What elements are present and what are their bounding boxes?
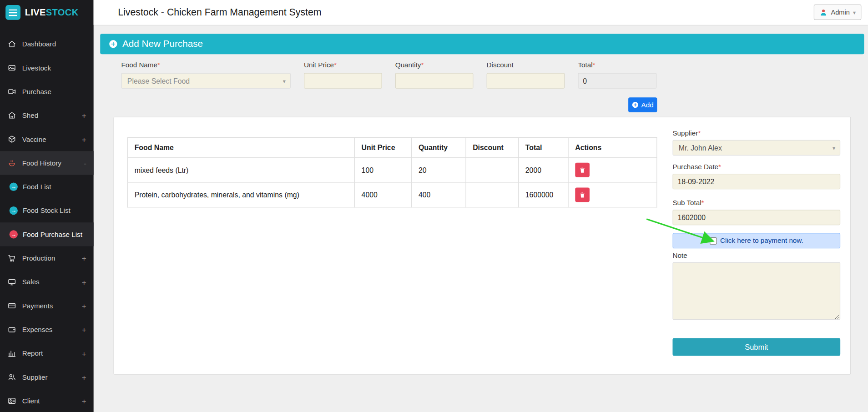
table-row: Protein, carbohydrates, minerals, and vi… [127, 182, 656, 207]
sidebar-item-food-list[interactable]: → Food List [0, 175, 94, 199]
sidebar-item-dashboard[interactable]: Dashboard [0, 32, 94, 56]
expand-plus-icon: + [82, 373, 86, 382]
supplier-select[interactable]: Mr. John Alex ▾ [672, 140, 840, 156]
purchase-date-label: Purchase Date* [672, 163, 840, 171]
expand-plus-icon: + [82, 277, 86, 286]
food-name-select[interactable]: Please Select Food ▾ [121, 73, 290, 89]
cell-total: 1600000 [519, 182, 569, 207]
col-header-food-name: Food Name [127, 137, 354, 157]
admin-dropdown[interactable]: Admin ▾ [814, 5, 862, 20]
sidebar-item-report[interactable]: Report + [0, 342, 94, 365]
hamburger-menu-icon[interactable] [5, 5, 20, 20]
col-header-discount: Discount [466, 137, 519, 157]
expand-plus-icon: + [82, 325, 86, 334]
add-button[interactable]: Add [628, 97, 657, 112]
cart-icon [7, 254, 17, 262]
sales-icon [7, 278, 17, 286]
sidebar-item-sales[interactable]: Sales + [0, 270, 94, 294]
unit-price-input[interactable] [304, 73, 382, 89]
caret-down-icon: ▾ [853, 9, 856, 15]
quantity-label: Quantity* [395, 61, 474, 69]
discount-label: Discount [487, 61, 565, 69]
quantity-input[interactable] [395, 73, 474, 89]
expand-plus-icon: + [82, 301, 86, 310]
payment-now-box[interactable]: Click here to payment now. [672, 233, 840, 248]
cell-quantity: 400 [412, 182, 466, 207]
purchase-side-form: Supplier* Mr. John Alex ▾ Purchase Date*… [672, 130, 840, 367]
total-group: Total* [578, 61, 656, 89]
sidebar-item-livestock[interactable]: Livestock [0, 56, 94, 80]
note-label: Note [672, 252, 840, 260]
circle-arrow-icon: → [10, 230, 18, 238]
sidebar-item-purchase[interactable]: Purchase [0, 80, 94, 103]
shed-icon [7, 111, 17, 120]
sidebar-item-client[interactable]: Client + [0, 389, 94, 412]
cell-actions [568, 182, 657, 207]
expand-plus-icon: + [82, 349, 86, 357]
sidebar-item-payments[interactable]: Payments + [0, 294, 94, 317]
plus-circle-icon [109, 39, 118, 49]
payment-now-label: Click here to payment now. [720, 237, 803, 245]
collapse-minus-icon: - [84, 159, 86, 167]
expand-plus-icon: + [82, 397, 86, 405]
sidebar-item-expenses[interactable]: Expenses + [0, 317, 94, 341]
wallet-icon [7, 326, 17, 334]
cell-total: 2000 [519, 157, 569, 182]
expand-plus-icon: + [82, 254, 86, 262]
col-header-total: Total [519, 137, 569, 157]
table-row: mixed feeds (Ltr) 100 20 2000 [127, 157, 656, 182]
note-textarea[interactable] [672, 262, 840, 320]
table-header-row: Food Name Unit Price Quantity Discount T… [127, 137, 656, 157]
sidebar-item-shed[interactable]: Shed + [0, 104, 94, 127]
col-header-quantity: Quantity [412, 137, 466, 157]
expand-plus-icon: + [82, 111, 86, 120]
col-header-actions: Actions [568, 137, 657, 157]
payments-icon [7, 301, 17, 310]
topbar: Livestock - Chicken Farm Management Syst… [94, 0, 868, 25]
sidebar-item-production[interactable]: Production + [0, 246, 94, 270]
cell-discount [466, 157, 519, 182]
vaccine-icon [7, 135, 17, 143]
purchase-panel: Food Name Unit Price Quantity Discount T… [113, 117, 851, 375]
circle-arrow-icon: → [10, 206, 18, 215]
cell-quantity: 20 [412, 157, 466, 182]
delete-row-button[interactable] [575, 188, 590, 202]
payment-now-checkbox[interactable] [710, 237, 717, 244]
purchase-items-table: Food Name Unit Price Quantity Discount T… [127, 137, 657, 208]
purchase-icon [7, 87, 17, 95]
admin-user-icon [819, 8, 828, 16]
cell-unit-price: 100 [354, 157, 411, 182]
sidebar-item-food-stock-list[interactable]: → Food Stock List [0, 199, 94, 222]
expand-plus-icon: + [82, 135, 86, 143]
sidebar-item-supplier[interactable]: Supplier + [0, 365, 94, 389]
trash-icon [579, 166, 586, 174]
add-new-purchase-banner: Add New Purchase [100, 34, 864, 54]
total-input[interactable] [578, 73, 656, 89]
main-content: Add New Purchase Food Name* Please Selec… [94, 25, 868, 412]
submit-button[interactable]: Submit [672, 338, 840, 356]
sidebar-item-food-history[interactable]: Food History - [0, 151, 94, 175]
home-icon [7, 40, 17, 48]
circle-arrow-icon: → [10, 183, 18, 191]
livestock-icon [7, 64, 17, 72]
sidebar-item-food-purchase-list[interactable]: → Food Purchase List [0, 222, 94, 246]
quantity-group: Quantity* [395, 61, 474, 89]
col-header-unit-price: Unit Price [354, 137, 411, 157]
food-name-select-value: Please Select Food [127, 77, 190, 85]
discount-input[interactable] [487, 73, 565, 89]
sub-total-label: Sub Total* [672, 199, 840, 207]
cell-unit-price: 4000 [354, 182, 411, 207]
sub-total-input[interactable] [672, 210, 840, 225]
purchase-date-input[interactable] [672, 174, 840, 189]
delete-row-button[interactable] [575, 163, 590, 177]
cell-actions [568, 157, 657, 182]
plus-circle-icon [632, 101, 639, 109]
total-label: Total* [578, 61, 656, 69]
trash-icon [579, 191, 586, 198]
cell-discount [466, 182, 519, 207]
chevron-down-icon: ▾ [283, 78, 286, 84]
supplier-label: Supplier* [672, 130, 840, 137]
sidebar-item-vaccine[interactable]: Vaccine + [0, 127, 94, 151]
cell-food-name: Protein, carbohydrates, minerals, and vi… [127, 182, 354, 207]
cell-food-name: mixed feeds (Ltr) [127, 157, 354, 182]
